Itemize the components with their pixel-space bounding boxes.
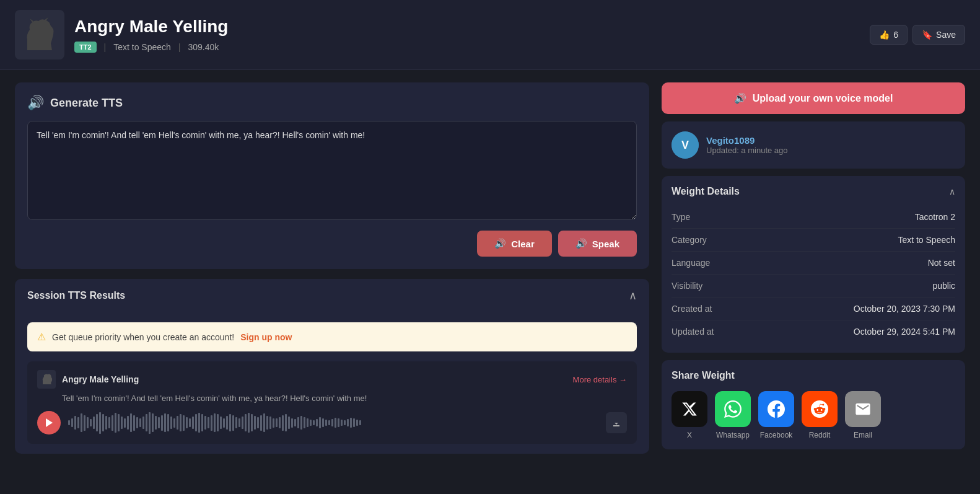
clear-button[interactable]: 🔊 Clear	[477, 231, 552, 257]
like-button[interactable]: 👍 6	[870, 25, 908, 45]
right-panel: 🔊 Upload your own voice model V Vegito10…	[662, 82, 965, 454]
card-header: 🔊 Generate TTS	[27, 95, 637, 111]
share-item-facebook[interactable]: Facebook	[758, 391, 794, 439]
like-count: 6	[893, 30, 898, 40]
play-button[interactable]	[37, 411, 61, 434]
share-reddit-label: Reddit	[809, 431, 831, 439]
weight-label: Updated at	[672, 327, 714, 337]
weight-label: Language	[672, 258, 710, 268]
session-header[interactable]: Session TTS Results ∧	[15, 279, 649, 312]
download-count: 309.40k	[188, 42, 219, 52]
audio-player	[37, 410, 627, 435]
weight-row: Type Tacotron 2	[672, 206, 955, 229]
separator-2: |	[178, 42, 181, 52]
weight-details-title: Weight Details	[672, 186, 740, 197]
weight-value: October 29, 2024 5:41 PM	[854, 327, 955, 337]
tts-input[interactable]	[27, 121, 637, 220]
share-email-button[interactable]	[845, 391, 881, 427]
save-label: Save	[936, 30, 956, 40]
card-title: Generate TTS	[50, 97, 123, 110]
signup-link[interactable]: Sign up now	[240, 332, 292, 342]
weight-row: Visibility public	[672, 275, 955, 298]
weight-details-header: Weight Details ∧	[672, 186, 955, 197]
share-item-x[interactable]: X	[672, 391, 707, 439]
session-title: Session TTS Results	[27, 290, 125, 301]
weight-label: Category	[672, 235, 707, 245]
user-card: V Vegito1089 Updated: a minute ago	[662, 121, 965, 169]
share-title: Share Weight	[672, 370, 955, 381]
weight-label: Visibility	[672, 281, 702, 291]
weight-label: Type	[672, 212, 690, 222]
action-row: 🔊 Clear 🔊 Speak	[27, 231, 637, 257]
weight-details-card: Weight Details ∧ Type Tacotron 2 Categor…	[662, 176, 965, 353]
share-whatsapp-button[interactable]	[715, 391, 751, 427]
type-badge: TT2	[74, 42, 97, 53]
share-item-reddit[interactable]: Reddit	[802, 391, 838, 439]
weight-value: Not set	[928, 258, 955, 268]
result-item-header: Angry Male Yelling More details →	[37, 370, 627, 389]
speak-button[interactable]: 🔊 Speak	[558, 231, 637, 257]
alert-banner: ⚠ Get queue priority when you create an …	[27, 322, 637, 351]
page-header: Angry Male Yelling TT2 | Text to Speech …	[0, 0, 980, 70]
alert-text: Get queue priority when you create an ac…	[52, 332, 234, 342]
waveform	[68, 410, 598, 435]
clear-icon: 🔊	[494, 238, 506, 249]
main-layout: 🔊 Generate TTS 🔊 Clear 🔊 Speak Session T…	[0, 70, 980, 466]
upload-icon: 🔊	[734, 92, 746, 104]
result-title: Angry Male Yelling	[62, 374, 139, 384]
share-x-button[interactable]	[672, 391, 707, 427]
share-item-email[interactable]: Email	[845, 391, 881, 439]
weight-label: Created at	[672, 304, 712, 314]
generate-tts-card: 🔊 Generate TTS 🔊 Clear 🔊 Speak	[15, 82, 649, 269]
weight-value: Text to Speech	[898, 235, 955, 245]
share-email-label: Email	[854, 431, 872, 439]
result-text: Tell 'em I'm comin'! And tell 'em Hell's…	[37, 394, 627, 403]
collapse-icon[interactable]: ∧	[949, 187, 955, 196]
session-body: ⚠ Get queue priority when you create an …	[15, 312, 649, 454]
clear-label: Clear	[511, 239, 535, 249]
weight-value: public	[932, 281, 955, 291]
header-actions: 👍 6 🔖 Save	[870, 25, 965, 45]
result-item-title: Angry Male Yelling	[37, 370, 139, 389]
weight-row: Language Not set	[672, 252, 955, 275]
model-meta: TT2 | Text to Speech | 309.40k	[74, 42, 860, 53]
separator-1: |	[104, 42, 107, 52]
speak-label: Speak	[592, 239, 619, 249]
alert-icon: ⚠	[37, 331, 46, 343]
user-name[interactable]: Vegito1089	[706, 135, 788, 146]
thumbs-up-icon: 👍	[879, 30, 890, 40]
save-button[interactable]: 🔖 Save	[912, 25, 965, 45]
bookmark-icon: 🔖	[922, 30, 932, 40]
model-info: Angry Male Yelling TT2 | Text to Speech …	[74, 17, 860, 53]
share-facebook-button[interactable]	[758, 391, 794, 427]
share-icons: X Whatsapp Facebook Reddit Email	[672, 391, 955, 439]
share-facebook-label: Facebook	[760, 431, 793, 439]
upload-voice-button[interactable]: 🔊 Upload your own voice model	[662, 82, 965, 114]
weight-rows: Type Tacotron 2 Category Text to Speech …	[672, 206, 955, 343]
share-reddit-button[interactable]	[802, 391, 838, 427]
result-item: Angry Male Yelling More details → Tell '…	[27, 361, 637, 444]
user-initial: V	[672, 131, 699, 159]
weight-value: Tacotron 2	[915, 212, 955, 222]
more-details-link[interactable]: More details →	[573, 375, 627, 384]
user-avatar: V	[672, 131, 699, 159]
weight-row: Created at October 20, 2023 7:30 PM	[672, 298, 955, 320]
model-title: Angry Male Yelling	[74, 17, 860, 37]
chevron-up-icon: ∧	[629, 289, 637, 302]
share-item-whatsapp[interactable]: Whatsapp	[715, 391, 751, 439]
user-info: Vegito1089 Updated: a minute ago	[706, 135, 788, 155]
speaker-icon: 🔊	[27, 95, 44, 111]
result-avatar	[37, 370, 56, 389]
share-whatsapp-label: Whatsapp	[716, 431, 750, 439]
upload-label: Upload your own voice model	[753, 93, 893, 104]
weight-value: October 20, 2023 7:30 PM	[854, 304, 955, 314]
left-panel: 🔊 Generate TTS 🔊 Clear 🔊 Speak Session T…	[15, 82, 649, 454]
weight-row: Category Text to Speech	[672, 229, 955, 252]
share-x-label: X	[687, 431, 692, 439]
model-avatar	[15, 10, 64, 60]
user-updated: Updated: a minute ago	[706, 146, 788, 155]
speak-icon: 🔊	[575, 238, 587, 249]
download-button[interactable]	[606, 412, 627, 433]
session-results-card: Session TTS Results ∧ ⚠ Get queue priori…	[15, 279, 649, 454]
weight-row: Updated at October 29, 2024 5:41 PM	[672, 320, 955, 343]
